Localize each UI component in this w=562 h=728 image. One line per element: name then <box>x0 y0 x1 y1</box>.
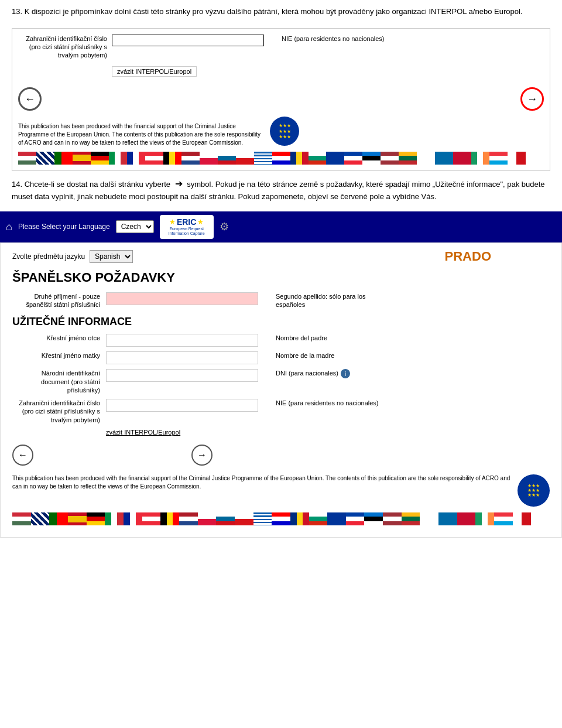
bottom-flag-se <box>438 512 457 525</box>
bottom-flag-eu <box>327 512 346 525</box>
flag-fi <box>417 152 435 165</box>
bottom-flag-sk <box>216 512 235 525</box>
flag-bg <box>309 152 327 165</box>
second-surname-input[interactable] <box>106 292 258 305</box>
footer-note-text: This publication has been produced with … <box>12 474 512 491</box>
publication-footer: This publication has been produced with … <box>12 474 550 507</box>
top-zahranicni-label: Zahraniční identifikační číslo (pro cizí… <box>18 35 112 60</box>
bottom-flag-cz <box>235 512 253 525</box>
foreign-id-row: Zahraniční identifikační číslo (pro cizí… <box>12 399 550 424</box>
top-back-arrow[interactable]: ← <box>18 87 42 111</box>
national-id-row: Národní identifikační document (pro stát… <box>12 369 550 394</box>
fathers-name-right: Nombre del padre <box>276 334 393 342</box>
second-surname-right: Segundo apellido: sólo para los españole… <box>276 292 393 309</box>
flag-es <box>73 152 91 165</box>
flag-gb <box>36 152 54 165</box>
info-icon[interactable]: i <box>341 369 350 378</box>
flag-dk <box>453 152 471 165</box>
home-icon[interactable]: ⌂ <box>6 221 12 233</box>
eric-text: ERIC <box>177 217 196 227</box>
flag-de <box>91 152 109 165</box>
flag-ee <box>362 152 381 165</box>
prado-label: PRADO <box>445 249 491 264</box>
lang-selector-label: Zvolte předmětu jazyku <box>12 252 85 261</box>
bottom-flag-cy <box>531 512 550 525</box>
national-id-input[interactable] <box>106 369 258 382</box>
bottom-flag-si <box>346 512 365 525</box>
flag-si <box>344 152 362 165</box>
bottom-flag-lv <box>383 512 402 525</box>
flag-pt <box>54 152 73 165</box>
flag-gr <box>254 152 272 165</box>
bottom-nav-arrows: ← → <box>12 445 550 466</box>
top-form-section: Zahraniční identifikační číslo (pro cizí… <box>12 28 550 172</box>
bottom-flag-hr <box>272 512 290 525</box>
top-zahranicni-input[interactable] <box>112 35 264 46</box>
foreign-id-input[interactable] <box>106 399 258 412</box>
bottom-flag-at <box>142 512 161 525</box>
bottom-flag-es <box>68 512 87 525</box>
second-surname-row: Druhé příjmení - pouze španělští státní … <box>12 292 550 309</box>
top-eu-logo: ★★★★★★★★★ <box>270 117 299 146</box>
gear-icon[interactable]: ⚙ <box>220 220 229 233</box>
subject-language-select[interactable]: Spanish <box>90 250 133 263</box>
second-surname-label: Druhé příjmení - pouze španělští státní … <box>12 292 106 309</box>
bottom-flag-nl <box>179 512 198 525</box>
top-flag-strip <box>18 152 544 165</box>
bottom-flag-dk <box>457 512 476 525</box>
interpol-row: zvázit INTERPOL/Europol <box>12 429 550 436</box>
main-form-area: Zvolte předmětu jazyku Spanish PRADO ŠPA… <box>0 242 562 538</box>
back-arrow-button[interactable]: ← <box>12 445 33 466</box>
fathers-name-input[interactable] <box>106 334 258 347</box>
flag-sk <box>218 152 236 165</box>
bottom-flag-ie <box>475 512 494 525</box>
section-14-text: 14. Chcete-li se dostat na další stránku… <box>12 177 550 203</box>
eric-subtitle: European Request Information Capture <box>163 227 210 237</box>
national-id-label: Národní identifikační document (pro stát… <box>12 369 106 394</box>
language-select[interactable]: Czech <box>116 220 154 233</box>
point-13-text: 13. K dispozici je připomínkav dolní čás… <box>12 6 550 18</box>
national-id-right: DNI (para nacionales) i <box>276 369 393 378</box>
eric-star-left: ★ <box>169 218 176 226</box>
bottom-flag-fi <box>420 512 438 525</box>
interpol-link[interactable]: zvázit INTERPOL/Europol <box>106 429 180 436</box>
foreign-id-label: Zahraniční identifikační číslo (pro cizí… <box>12 399 106 424</box>
mothers-name-right: Nombre de la madre <box>276 351 393 360</box>
bottom-flag-it <box>105 512 124 525</box>
bottom-flag-mt <box>513 512 532 525</box>
bottom-flag-gb <box>31 512 50 525</box>
mothers-name-input[interactable] <box>106 351 258 364</box>
useful-info-heading: UŽITEČNÉ INFORMACE <box>12 316 550 328</box>
arrow-symbol: ➔ <box>175 179 183 189</box>
bottom-flag-ee <box>364 512 383 525</box>
flag-nl <box>181 152 200 165</box>
flag-eu <box>326 152 344 165</box>
top-forward-arrow[interactable]: → <box>520 87 544 111</box>
flag-ro <box>290 152 309 165</box>
flag-lt <box>399 152 417 165</box>
fathers-name-row: Křestní jméno otce Nombre del padre <box>12 334 550 347</box>
foreign-id-right: NIE (para residentes no nacionales) <box>276 399 393 407</box>
top-footer-note: This publication has been produced with … <box>18 122 264 147</box>
flag-at <box>145 152 163 165</box>
flag-ie <box>471 152 489 165</box>
bottom-flag-bg <box>309 512 328 525</box>
top-nie-label: NIE (para residentes no nacionales) <box>282 35 387 43</box>
top-text-section: 13. K dispozici je připomínkav dolní čás… <box>0 0 562 28</box>
flag-pl <box>200 152 218 165</box>
bottom-flag-lu <box>494 512 513 525</box>
bottom-flag-de <box>87 512 105 525</box>
forward-arrow-button[interactable]: → <box>191 445 213 466</box>
bottom-flag-lt <box>402 512 420 525</box>
section-14: 14. Chcete-li se dostat na další stránku… <box>0 171 562 209</box>
bottom-flag-pt <box>49 512 68 525</box>
bottom-flag-gr <box>253 512 272 525</box>
eu-badge: ★★★★★★★★★ <box>518 474 550 507</box>
lang-label: Please Select your Language <box>18 223 110 231</box>
flag-hu <box>18 152 36 165</box>
flag-be <box>163 152 181 165</box>
bottom-flag-ro <box>290 512 309 525</box>
top-interpol-button[interactable]: zvázit INTERPOL/Europol <box>112 66 197 77</box>
bottom-flag-pl <box>198 512 217 525</box>
language-row: Zvolte předmětu jazyku Spanish PRADO <box>12 249 550 264</box>
